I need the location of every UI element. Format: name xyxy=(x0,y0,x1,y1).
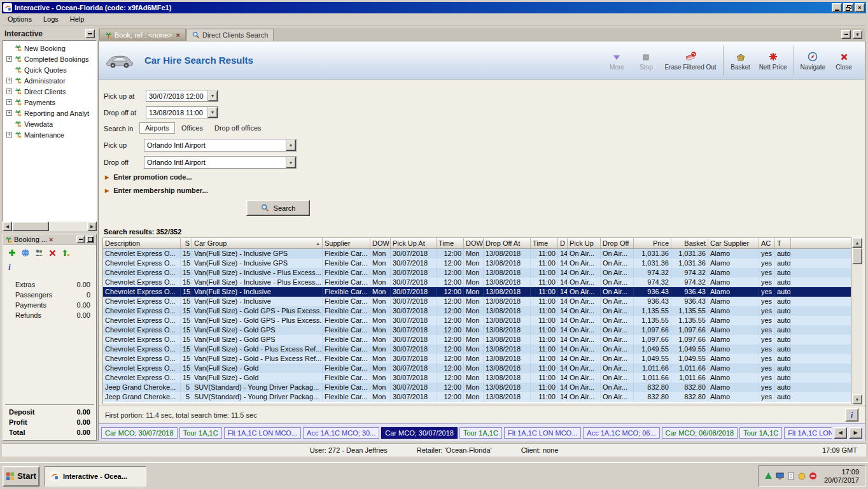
sidebar-item[interactable]: + Completed Bookings xyxy=(3,53,96,64)
table-row[interactable]: Chevrolet Express O... 15 Van(Full Size)… xyxy=(103,373,851,383)
sidebar-collapse-button[interactable] xyxy=(85,29,95,38)
dropoff-at-field[interactable]: 13/08/2018 11:00 ▼ xyxy=(146,106,218,118)
tabs-scroll-left-icon[interactable]: ◀ xyxy=(834,427,847,439)
booking-component-tab[interactable]: Acc 1A,1C MCO; 30... xyxy=(303,427,379,439)
restore-button[interactable] xyxy=(843,3,853,12)
scrollbar-thumb[interactable] xyxy=(12,222,49,231)
sidebar-item[interactable]: + Direct Clients xyxy=(3,86,96,97)
sidebar-item[interactable]: Viewdata xyxy=(3,118,96,129)
table-row[interactable]: Chevrolet Express O... 15 Van(Full Size)… xyxy=(103,249,851,259)
sidebar-item[interactable]: + Payments xyxy=(3,97,96,108)
table-row[interactable]: Chevrolet Express O... 15 Van(Full Size)… xyxy=(103,287,851,297)
booking-component-tab[interactable]: Car MCO; 30/07/2018 xyxy=(101,427,178,439)
erase-filtered-out-button[interactable]: Erase Filtered Out xyxy=(661,43,720,78)
booking-component-tab[interactable]: Tour 1A,1C xyxy=(739,427,782,439)
sidebar-item[interactable]: Quick Quotes xyxy=(3,64,96,75)
search-in-tab[interactable]: Offices xyxy=(176,123,208,133)
menu-item[interactable]: Options xyxy=(2,14,38,24)
info-icon[interactable]: i xyxy=(8,262,11,272)
tabs-scroll-right-icon[interactable]: ▶ xyxy=(849,427,862,439)
column-header[interactable]: T xyxy=(775,238,791,248)
column-header[interactable]: Price xyxy=(634,238,671,248)
scroll-left-icon[interactable]: ◀ xyxy=(3,222,12,231)
scroll-down-icon[interactable]: ▼ xyxy=(852,394,862,404)
booking-component-tab[interactable]: Flt 1A,1C LON MCO... xyxy=(224,427,301,439)
booking-component-tab[interactable]: Car MCO; 30/07/2018 xyxy=(381,427,458,439)
taskbar-task-interactive[interactable]: Interactive - Ocea... xyxy=(45,466,146,486)
column-header[interactable]: DOW xyxy=(464,238,484,248)
menu-item[interactable]: Logs xyxy=(38,14,64,24)
scroll-up-icon[interactable]: ▲ xyxy=(852,237,862,248)
stop-button[interactable]: Stop xyxy=(631,43,661,78)
table-row[interactable]: Chevrolet Express O... 15 Van(Full Size)… xyxy=(103,278,851,287)
column-header[interactable]: Pick Up At xyxy=(391,238,437,248)
navigate-button[interactable]: Navigate xyxy=(797,43,829,78)
tab-close-icon[interactable]: × xyxy=(176,32,180,39)
more-button[interactable]: More xyxy=(602,43,631,78)
booking-close-icon[interactable]: × xyxy=(49,236,53,243)
tray-mute-icon[interactable] xyxy=(809,472,817,480)
column-header[interactable]: Description xyxy=(103,238,181,248)
column-header[interactable]: Time xyxy=(531,238,558,248)
pickup-location-select[interactable]: Orlando Intl Airport ▼ xyxy=(144,139,297,152)
tree-expander-icon[interactable]: + xyxy=(6,110,12,116)
table-row[interactable]: Chevrolet Express O... 15 Van(Full Size)… xyxy=(103,297,851,306)
sidebar-item[interactable]: + Maintenance xyxy=(3,129,96,140)
column-header[interactable]: Time xyxy=(437,238,464,248)
column-header[interactable]: D xyxy=(558,238,568,248)
table-row[interactable]: Chevrolet Express O... 15 Van(Full Size)… xyxy=(103,325,851,335)
delete-icon[interactable] xyxy=(48,249,57,257)
column-header[interactable]: DOW xyxy=(370,238,391,248)
info-button[interactable]: i xyxy=(845,408,858,422)
booking-minimize-button[interactable] xyxy=(76,236,85,243)
table-row[interactable]: Jeep Grand Cheroke... 5 SUV(Standard) - … xyxy=(103,392,851,402)
sidebar-item[interactable]: + Administrator xyxy=(3,75,96,86)
menu-item[interactable]: Help xyxy=(64,14,90,24)
membership-number-expander[interactable]: ▶ Enter membership number... xyxy=(105,187,208,194)
dropoff-location-select[interactable]: Orlando Intl Airport ▼ xyxy=(144,156,297,169)
tabstrip-menu-button[interactable]: ▼ xyxy=(853,30,862,39)
booking-component-tab[interactable]: Flt 1A,1C LON MCO... xyxy=(504,427,581,439)
tabstrip-minimize-button[interactable] xyxy=(841,30,851,39)
taskbar-clock[interactable]: 17:09 20/07/2017 xyxy=(824,468,859,485)
table-row[interactable]: Chevrolet Express O... 15 Van(Full Size)… xyxy=(103,335,851,344)
globe-icon[interactable] xyxy=(21,248,30,257)
table-row[interactable]: Jeep Grand Cheroke... 5 SUV(Standard) - … xyxy=(103,383,851,392)
column-header[interactable]: Pick Up xyxy=(568,238,601,248)
table-vertical-scrollbar[interactable]: ▲ ▼ xyxy=(852,237,862,404)
tree-expander-icon[interactable]: + xyxy=(6,56,12,62)
tab-book[interactable]: Book, ref : <none> × xyxy=(99,29,186,41)
close-button[interactable]: × xyxy=(855,3,865,12)
tree-expander-icon[interactable]: + xyxy=(6,132,12,138)
passengers-icon[interactable] xyxy=(34,248,44,257)
search-in-tab[interactable]: Drop off offices xyxy=(209,123,267,133)
sidebar-item[interactable]: New Booking xyxy=(3,43,96,53)
tree-expander-icon[interactable]: + xyxy=(6,89,12,94)
booking-maximize-button[interactable] xyxy=(86,236,94,243)
tab-direct-clients-search[interactable]: Direct Clients Search xyxy=(186,29,274,41)
booking-component-tab[interactable]: Car MCO; 06/08/2018 xyxy=(662,427,738,439)
table-row[interactable]: Chevrolet Express O... 15 Van(Full Size)… xyxy=(103,344,851,354)
column-header[interactable]: Car Supplier xyxy=(708,238,759,248)
close-panel-button[interactable]: Close xyxy=(829,43,858,78)
scroll-right-icon[interactable]: ▶ xyxy=(87,222,97,231)
booking-component-tab[interactable]: Tour 1A,1C xyxy=(179,427,222,439)
column-header[interactable]: Car Group ▲ xyxy=(192,238,323,248)
column-header[interactable]: AC xyxy=(759,238,775,248)
promotion-code-expander[interactable]: ▶ Enter promotion code... xyxy=(105,173,192,181)
tray-status-icon[interactable] xyxy=(798,472,806,480)
tray-plant-icon[interactable] xyxy=(764,472,773,480)
start-button[interactable]: Start xyxy=(3,466,39,486)
column-header[interactable]: Basket xyxy=(671,238,708,248)
table-row[interactable]: Chevrolet Express O... 15 Van(Full Size)… xyxy=(103,259,851,268)
table-row[interactable]: Chevrolet Express O... 15 Van(Full Size)… xyxy=(103,306,851,316)
tree-expander-icon[interactable]: + xyxy=(6,99,12,105)
booking-component-tab[interactable]: Acc 1A,1C MCO; 06... xyxy=(583,427,659,439)
table-row[interactable]: Chevrolet Express O... 15 Van(Full Size)… xyxy=(103,354,851,364)
chevron-down-icon[interactable]: ▼ xyxy=(207,107,218,118)
table-row[interactable]: Chevrolet Express O... 15 Van(Full Size)… xyxy=(103,364,851,373)
minimize-button[interactable] xyxy=(832,3,842,12)
scrollbar-thumb[interactable] xyxy=(852,248,862,264)
tray-document-icon[interactable] xyxy=(787,472,795,480)
tray-display-icon[interactable] xyxy=(776,472,784,480)
